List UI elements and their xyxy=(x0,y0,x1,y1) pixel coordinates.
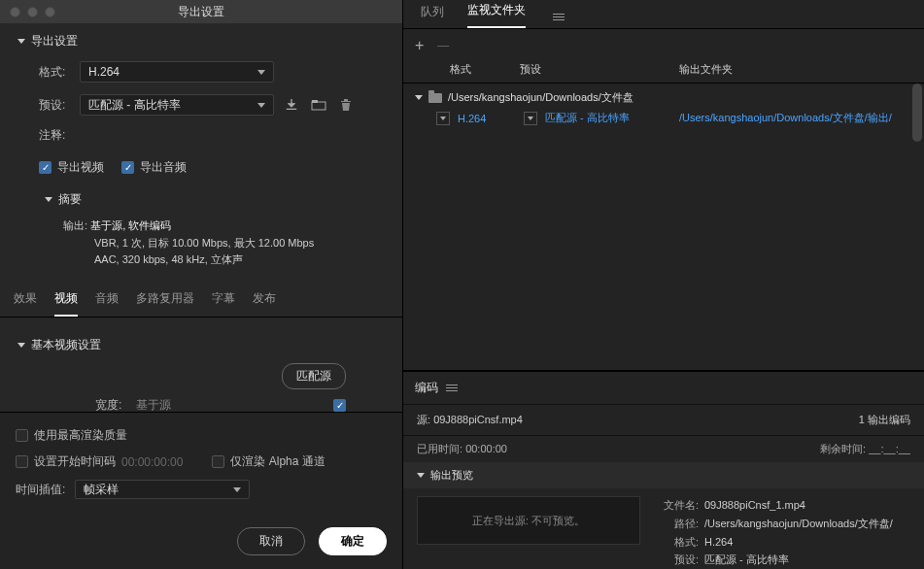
chevron-down-icon xyxy=(233,487,241,492)
chevron-down-icon xyxy=(45,197,52,202)
cancel-button[interactable]: 取消 xyxy=(237,527,305,555)
summary-block: 输出: 基于源, 软件编码 VBR, 1 次, 目标 10.00 Mbps, 最… xyxy=(0,214,402,279)
checkbox-icon xyxy=(16,455,28,468)
delete-preset-icon[interactable] xyxy=(336,95,356,115)
output-preview-label: 输出预览 xyxy=(430,468,473,483)
svg-rect-1 xyxy=(312,100,318,103)
section-summary[interactable]: 摘要 xyxy=(0,182,402,214)
import-preset-icon[interactable] xyxy=(309,95,328,115)
save-preset-icon[interactable] xyxy=(282,95,301,115)
preview-thumbnail: 正在导出源: 不可预览。 xyxy=(417,496,640,545)
tab-watch-folder[interactable]: 监视文件夹 xyxy=(467,2,526,28)
tab-mux[interactable]: 多路复用器 xyxy=(136,290,194,317)
watch-item-row[interactable]: H.264 匹配源 - 高比特率 /Users/kangshaojun/Down… xyxy=(403,108,924,128)
meta-path-value: /Users/kangshaojun/Downloads/文件盘/ xyxy=(704,518,893,529)
watch-item-output[interactable]: /Users/kangshaojun/Downloads/文件盘/输出/ xyxy=(679,111,912,125)
alpha-only-label: 仅渲染 Alpha 通道 xyxy=(230,453,325,470)
elapsed-label: 已用时间: xyxy=(417,443,462,454)
chevron-down-icon xyxy=(417,473,425,478)
meta-preset-label: 预设: xyxy=(654,551,699,569)
summary-line2: VBR, 1 次, 目标 10.00 Mbps, 最大 12.00 Mbps xyxy=(63,235,402,252)
tab-caption[interactable]: 字幕 xyxy=(212,290,235,317)
basic-video-label: 基本视频设置 xyxy=(31,337,101,353)
encoding-header-label: 编码 xyxy=(415,380,438,396)
width-match-checkbox[interactable]: ✓ xyxy=(333,399,346,412)
watch-folder-row[interactable]: /Users/kangshaojun/Downloads/文件盘 xyxy=(403,87,924,108)
chevron-down-icon xyxy=(257,70,265,75)
col-output-label: 输出文件夹 xyxy=(679,62,912,77)
ok-button[interactable]: 确定 xyxy=(319,527,387,555)
output-meta-list: 文件名:09J888piCnsf_1.mp4 路径:/Users/kangsha… xyxy=(654,496,893,569)
tab-effects[interactable]: 效果 xyxy=(14,290,37,317)
export-audio-label: 导出音频 xyxy=(140,159,187,176)
encoding-header: 编码 xyxy=(403,372,924,405)
checkmark-icon: ✓ xyxy=(39,161,51,174)
scrollbar[interactable] xyxy=(912,84,922,370)
summary-line1: 基于源, 软件编码 xyxy=(90,219,171,231)
meta-file-value: 09J888piCnsf_1.mp4 xyxy=(704,499,805,511)
meta-file-label: 文件名: xyxy=(654,496,699,515)
start-timecode-value: 00:00:00:00 xyxy=(121,455,183,469)
remove-watch-button[interactable]: — xyxy=(437,39,449,52)
watch-item-format[interactable]: H.264 xyxy=(458,113,516,124)
note-row: 注释: xyxy=(0,121,402,150)
preset-label: 预设: xyxy=(39,97,72,114)
checkmark-icon: ✓ xyxy=(121,161,134,174)
scrollbar-thumb[interactable] xyxy=(912,84,922,142)
encoder-tabs: 队列 监视文件夹 xyxy=(403,0,924,29)
section-basic-video[interactable]: 基本视频设置 xyxy=(17,331,385,359)
titlebar: 导出设置 xyxy=(0,0,402,23)
settings-tabs: 效果 视频 音频 多路复用器 字幕 发布 xyxy=(0,279,402,318)
format-mini-dropdown[interactable] xyxy=(436,112,450,125)
section-export-settings[interactable]: 导出设置 xyxy=(0,23,402,55)
format-value: H.264 xyxy=(88,65,120,79)
tab-video[interactable]: 视频 xyxy=(54,290,78,317)
output-preview-header[interactable]: 输出预览 xyxy=(403,462,924,488)
col-preset-label: 预设 xyxy=(520,62,679,77)
time-interp-value: 帧采样 xyxy=(84,482,119,498)
note-label: 注释: xyxy=(39,127,72,144)
summary-output-label: 输出: xyxy=(63,219,87,231)
section-export-label: 导出设置 xyxy=(31,33,78,50)
elapsed-value: 00:00:00 xyxy=(465,443,507,454)
source-label: 源: xyxy=(417,414,430,425)
panel-menu-icon[interactable] xyxy=(553,14,565,20)
export-audio-checkbox[interactable]: ✓ 导出音频 xyxy=(121,159,187,176)
max-quality-label: 使用最高渲染质量 xyxy=(34,427,127,444)
encoding-panel: 编码 源: 09J888piCnsf.mp4 1 输出编码 已用时间: 00:0… xyxy=(403,370,924,569)
width-label: 宽度: xyxy=(95,397,136,412)
tab-queue[interactable]: 队列 xyxy=(421,4,444,28)
match-source-button[interactable]: 匹配源 xyxy=(282,363,346,389)
remain-value: __:__:__ xyxy=(869,443,910,454)
start-timecode-checkbox[interactable]: 设置开始时间码 00:00:00:00 xyxy=(16,453,183,470)
export-video-label: 导出视频 xyxy=(57,159,104,176)
tab-audio[interactable]: 音频 xyxy=(95,290,119,317)
preset-dropdown[interactable]: 匹配源 - 高比特率 xyxy=(80,94,274,116)
format-label: 格式: xyxy=(39,64,72,81)
summary-line3: AAC, 320 kbps, 48 kHz, 立体声 xyxy=(63,251,402,269)
watch-item-preset[interactable]: 匹配源 - 高比特率 xyxy=(545,111,671,125)
format-dropdown[interactable]: H.264 xyxy=(80,61,274,83)
encoding-source-row: 源: 09J888piCnsf.mp4 1 输出编码 xyxy=(403,405,924,436)
alpha-only-checkbox[interactable]: 仅渲染 Alpha 通道 xyxy=(212,453,325,470)
start-timecode-label: 设置开始时间码 xyxy=(34,453,116,470)
max-quality-checkbox[interactable]: 使用最高渲染质量 xyxy=(16,427,127,444)
chevron-down-icon xyxy=(17,39,25,44)
time-interp-label: 时间插值: xyxy=(16,482,65,498)
preset-value: 匹配源 - 高比特率 xyxy=(88,97,181,114)
export-av-row: ✓ 导出视频 ✓ 导出音频 xyxy=(0,150,402,182)
add-watch-button[interactable]: + xyxy=(415,37,424,54)
time-interp-dropdown[interactable]: 帧采样 xyxy=(75,480,250,499)
preset-mini-dropdown[interactable] xyxy=(524,112,537,125)
encoder-panel: 队列 监视文件夹 + — 格式 预设 输出文件夹 /Users/kangshao… xyxy=(403,0,924,569)
panel-menu-icon[interactable] xyxy=(446,385,458,391)
folder-icon xyxy=(428,93,442,103)
svg-rect-0 xyxy=(312,102,325,110)
summary-header-label: 摘要 xyxy=(58,191,82,208)
watch-folder-path: /Users/kangshaojun/Downloads/文件盘 xyxy=(448,90,633,105)
output-count: 1 输出编码 xyxy=(859,413,910,427)
watch-tree: /Users/kangshaojun/Downloads/文件盘 H.264 匹… xyxy=(403,84,924,370)
format-row: 格式: H.264 xyxy=(0,55,402,88)
export-video-checkbox[interactable]: ✓ 导出视频 xyxy=(39,159,104,176)
tab-publish[interactable]: 发布 xyxy=(253,290,276,317)
